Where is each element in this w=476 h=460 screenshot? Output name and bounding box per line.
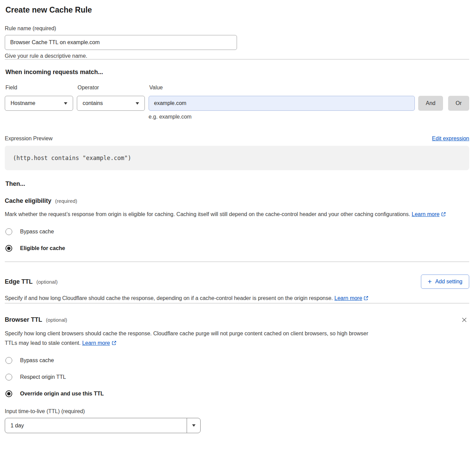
expression-preview-row: Expression Preview Edit expression	[5, 136, 469, 142]
browser-ttl-title: Browser TTL	[5, 316, 42, 323]
browser-ttl-header: Browser TTL (optional)	[5, 316, 469, 324]
expression-code: (http.host contains "example.com")	[13, 155, 131, 161]
value-label: Value	[149, 85, 415, 91]
cache-eligibility-heading: Cache eligibility (required)	[5, 197, 469, 205]
radio-option-label: Override origin and use this TTL	[20, 391, 104, 397]
edge-ttl-optional-tag: (optional)	[36, 279, 58, 285]
radio-option-bypass-cache[interactable]: Bypass cache	[5, 357, 469, 364]
cache-eligibility-radio-group: Bypass cache Eligible for cache	[5, 228, 469, 252]
plus-icon: +	[428, 278, 432, 285]
cache-eligibility-learn-more-link[interactable]: Learn more	[412, 211, 440, 217]
rule-name-input[interactable]	[5, 35, 237, 50]
radio-option-label: Eligible for cache	[20, 245, 65, 251]
edge-ttl-description: Specify if and how long Cloudflare shoul…	[5, 294, 380, 303]
ttl-select-value: 1 day	[5, 418, 187, 433]
and-button[interactable]: And	[418, 96, 443, 111]
edge-ttl-learn-more-link[interactable]: Learn more	[335, 295, 362, 301]
external-link-icon	[363, 296, 369, 301]
edit-expression-link[interactable]: Edit expression	[432, 136, 469, 142]
section-divider	[5, 262, 469, 262]
cache-eligibility-description: Mark whether the request’s response from…	[5, 210, 462, 219]
radio-option-label: Respect origin TTL	[20, 374, 66, 380]
radio-circle-icon	[5, 357, 12, 364]
chevron-down-icon	[64, 102, 67, 105]
radio-circle-icon	[5, 245, 12, 252]
close-browser-ttl-button[interactable]	[460, 316, 469, 324]
browser-ttl-learn-more-link[interactable]: Learn more	[82, 340, 110, 346]
cache-eligibility-description-text: Mark whether the request’s response from…	[5, 211, 410, 217]
browser-ttl-description-text: Specify how long client browsers should …	[5, 331, 368, 346]
page-title: Create new Cache Rule	[5, 5, 469, 15]
chevron-down-icon	[136, 102, 139, 105]
add-setting-button[interactable]: + Add setting	[421, 275, 469, 289]
edge-ttl-title: Edge TTL	[5, 278, 33, 285]
edge-ttl-header: Edge TTL (optional) + Add setting	[5, 275, 469, 289]
radio-circle-icon	[5, 374, 12, 381]
then-heading: Then...	[5, 180, 469, 188]
radio-option-bypass-cache[interactable]: Bypass cache	[5, 228, 469, 235]
section-divider	[5, 59, 469, 59]
expression-preview-label: Expression Preview	[5, 136, 53, 142]
operator-select-value: contains	[83, 100, 103, 106]
value-input[interactable]	[149, 96, 415, 111]
rule-name-help: Give your rule a descriptive name.	[5, 53, 469, 59]
chevron-down-icon	[192, 424, 196, 427]
browser-ttl-radio-group: Bypass cache Respect origin TTL Override…	[5, 357, 469, 397]
ttl-input-label: Input time-to-live (TTL) (required)	[5, 408, 469, 414]
radio-option-respect-origin-ttl[interactable]: Respect origin TTL	[5, 374, 469, 381]
or-button[interactable]: Or	[448, 96, 469, 111]
radio-option-label: Bypass cache	[20, 357, 54, 364]
operator-label: Operator	[78, 85, 145, 91]
match-heading: When incoming requests match...	[5, 69, 469, 76]
expression-code-block: (http.host contains "example.com")	[5, 146, 469, 170]
add-setting-label: Add setting	[435, 279, 462, 285]
close-icon	[461, 317, 467, 323]
ttl-select-arrow-button[interactable]	[187, 418, 200, 433]
external-link-icon	[441, 212, 446, 217]
operator-select[interactable]: contains	[77, 96, 145, 111]
field-select[interactable]: Hostname	[5, 96, 73, 111]
edge-ttl-description-text: Specify if and how long Cloudflare shoul…	[5, 295, 333, 301]
value-help: e.g. example.com	[149, 114, 415, 120]
cache-eligibility-required-tag: (required)	[55, 198, 77, 204]
external-link-icon	[112, 340, 117, 346]
rule-name-label: Rule name (required)	[5, 25, 469, 32]
field-label: Field	[5, 85, 73, 91]
radio-option-override-origin-ttl[interactable]: Override origin and use this TTL	[5, 390, 469, 397]
ttl-select[interactable]: 1 day	[5, 418, 201, 433]
browser-ttl-optional-tag: (optional)	[46, 317, 67, 323]
radio-option-label: Bypass cache	[20, 229, 54, 235]
radio-circle-icon	[5, 228, 12, 235]
browser-ttl-description: Specify how long client browsers should …	[5, 329, 375, 348]
radio-option-eligible-for-cache[interactable]: Eligible for cache	[5, 245, 469, 252]
match-condition-row: Field Hostname Operator contains Value e…	[5, 85, 469, 120]
cache-eligibility-title: Cache eligibility	[5, 197, 51, 205]
radio-circle-icon	[5, 390, 12, 397]
section-divider	[5, 303, 469, 303]
field-select-value: Hostname	[11, 100, 35, 106]
